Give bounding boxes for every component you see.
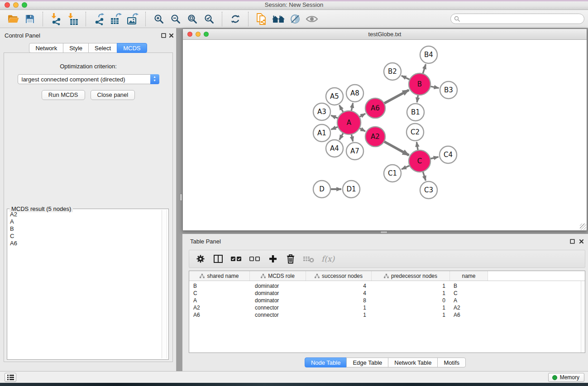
tab-node-table[interactable]: Node Table	[305, 357, 347, 367]
network-canvas[interactable]: A5A8A3A1A4A7AA6A2BB2B4B3B1CC2C4C1C3DD1	[183, 40, 587, 230]
search-input[interactable]	[460, 14, 584, 23]
hide-style-button[interactable]	[287, 11, 303, 27]
result-item[interactable]: B	[8, 225, 161, 233]
graph-edge[interactable]	[384, 90, 409, 104]
table-settings-button[interactable]	[195, 253, 206, 265]
graph-edge[interactable]	[331, 127, 339, 129]
memory-button[interactable]: Memory	[548, 373, 584, 382]
graph-edge[interactable]	[417, 95, 418, 102]
zoom-out-button[interactable]	[167, 11, 184, 27]
unselect-all-button[interactable]	[249, 253, 261, 265]
graph-edge[interactable]	[383, 141, 409, 155]
window-resize-grip[interactable]	[580, 224, 586, 230]
column-header-predecessor-nodes[interactable]: predecessor nodes	[372, 271, 450, 281]
tab-mcds[interactable]: MCDS	[117, 43, 147, 53]
split-panel-button[interactable]	[213, 253, 224, 265]
result-item[interactable]: A6	[8, 240, 161, 247]
tab-select[interactable]: Select	[88, 43, 117, 53]
close-panel-button-inner[interactable]: Close panel	[91, 90, 135, 100]
table-cell[interactable]: B	[189, 282, 250, 290]
export-network-button[interactable]	[91, 11, 107, 27]
result-item[interactable]: C	[8, 233, 161, 240]
table-cell[interactable]: 1	[306, 304, 372, 311]
table-cell[interactable]: dominator	[250, 290, 306, 297]
network-window-titlebar[interactable]: testGlobe.txt	[183, 29, 587, 40]
tab-network[interactable]: Network	[29, 43, 63, 53]
export-table-button[interactable]	[107, 11, 124, 27]
tab-network-table[interactable]: Network Table	[388, 357, 438, 367]
table-cell[interactable]: dominator	[250, 282, 306, 290]
graph-edge[interactable]	[423, 64, 426, 74]
column-header-name[interactable]: name	[450, 271, 488, 281]
graph-edge[interactable]	[351, 103, 353, 112]
graph-edge[interactable]	[430, 86, 439, 88]
optimization-criterion-dropdown[interactable]: largest connected component (directed) ▲…	[18, 74, 159, 84]
table-cell[interactable]: B	[450, 282, 488, 290]
table-cell[interactable]: dominator	[250, 297, 306, 304]
graph-edge[interactable]	[339, 105, 344, 113]
refresh-layout-button[interactable]	[227, 11, 244, 27]
graph-edge[interactable]	[339, 133, 344, 140]
table-cell[interactable]: A6	[450, 311, 488, 319]
column-header-successor-nodes[interactable]: successor nodes	[306, 271, 372, 281]
table-cell[interactable]: 1	[372, 304, 450, 311]
task-history-button[interactable]	[5, 373, 16, 382]
table-cell[interactable]: 8	[306, 297, 372, 304]
run-mcds-button[interactable]: Run MCDS	[42, 90, 85, 100]
graph-edge[interactable]	[359, 114, 365, 117]
zoom-fit-button[interactable]	[184, 11, 201, 27]
apply-function-button[interactable]: f(x)	[321, 253, 335, 265]
table-cell[interactable]: A	[450, 297, 488, 304]
import-table-button[interactable]	[64, 11, 81, 27]
result-item[interactable]: A	[8, 218, 161, 225]
table-cell[interactable]: 0	[372, 297, 450, 304]
table-cell[interactable]: connector	[250, 311, 306, 319]
graph-edge[interactable]	[402, 76, 410, 80]
delete-row-button[interactable]	[285, 253, 296, 265]
table-scrollbar[interactable]	[581, 281, 585, 353]
graph-edge[interactable]	[331, 115, 338, 119]
float-panel-button[interactable]	[161, 33, 166, 39]
graph-edge[interactable]	[423, 171, 426, 181]
table-cell[interactable]: A	[189, 297, 250, 304]
desktop-scrollbar-fragment[interactable]	[380, 231, 387, 234]
column-header-shared-name[interactable]: shared name	[189, 271, 250, 281]
table-cell[interactable]: 1	[372, 282, 450, 290]
graph-edge[interactable]	[359, 128, 365, 131]
export-image-button[interactable]	[124, 11, 141, 27]
table-cell[interactable]: A2	[450, 304, 488, 311]
float-table-panel-button[interactable]	[570, 238, 575, 245]
import-network-button[interactable]	[48, 11, 64, 27]
show-graphics-details-button[interactable]	[303, 11, 320, 27]
delete-column-button[interactable]	[303, 253, 315, 265]
graph-edge[interactable]	[351, 134, 353, 142]
zoom-in-button[interactable]	[150, 11, 167, 27]
graph-edge[interactable]	[430, 157, 439, 159]
table-cell[interactable]: 1	[372, 311, 450, 319]
duplicate-network-button[interactable]	[253, 11, 270, 27]
save-session-button[interactable]	[21, 11, 38, 27]
open-folder-button[interactable]	[5, 11, 21, 27]
table-cell[interactable]: connector	[250, 304, 306, 311]
tab-edge-table[interactable]: Edge Table	[346, 357, 388, 367]
column-header-mcds-role[interactable]: MCDS role	[250, 271, 306, 281]
table-cell[interactable]: 1	[372, 290, 450, 297]
table-cell[interactable]: C	[189, 290, 250, 297]
table-cell[interactable]: C	[450, 290, 488, 297]
table-cell[interactable]: 4	[306, 290, 372, 297]
tab-style[interactable]: Style	[63, 43, 89, 53]
zoom-selected-button[interactable]	[201, 11, 217, 27]
tab-motifs[interactable]: Motifs	[437, 357, 466, 367]
table-cell[interactable]: 4	[306, 282, 372, 290]
close-panel-button[interactable]	[169, 33, 174, 39]
graph-edge[interactable]	[402, 165, 410, 169]
result-item[interactable]: A2	[8, 211, 161, 218]
result-scrollbar[interactable]	[162, 210, 167, 358]
table-cell[interactable]: A2	[189, 304, 250, 311]
home-view-button[interactable]	[270, 11, 287, 27]
select-all-button[interactable]	[230, 253, 242, 265]
table-cell[interactable]: 1	[306, 311, 372, 319]
graph-edge[interactable]	[416, 142, 418, 151]
add-row-button[interactable]	[268, 253, 278, 265]
close-table-panel-button[interactable]	[579, 238, 584, 245]
